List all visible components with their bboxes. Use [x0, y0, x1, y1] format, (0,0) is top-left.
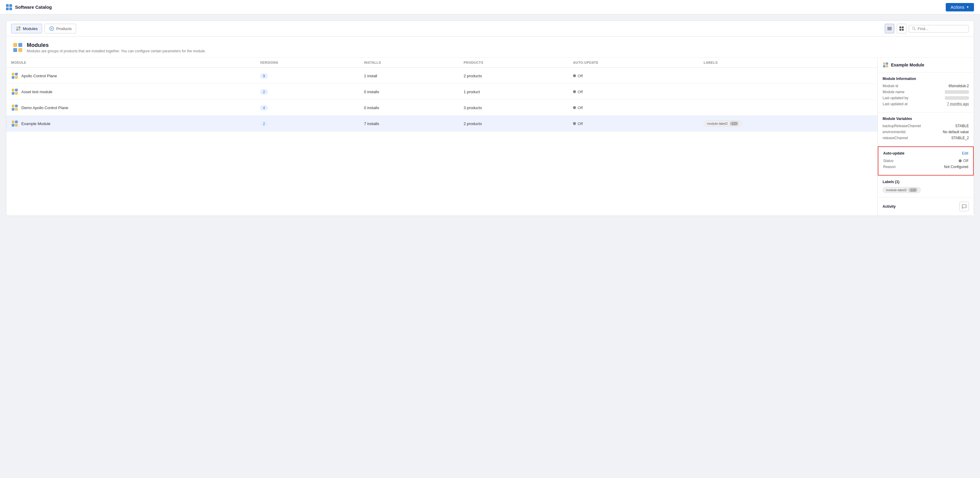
col-versions: VERSIONS	[255, 58, 359, 68]
module-cell: Example Module	[6, 116, 255, 132]
module-installs: 1 install	[359, 68, 459, 84]
table-row[interactable]: Demo Apollo Control Plane 40 installs3 p…	[6, 100, 878, 116]
auto-update-header: Auto-update Edit	[883, 151, 968, 155]
svg-rect-10	[902, 27, 904, 28]
auto-update-edit-link[interactable]: Edit	[962, 151, 968, 155]
auto-update-reason-label: Reason	[883, 165, 896, 169]
last-updated-by-value	[945, 96, 969, 100]
grid-app-icon[interactable]	[6, 4, 12, 10]
grid-view-button[interactable]	[897, 24, 906, 33]
svg-rect-15	[13, 43, 17, 47]
module-versions: 2	[255, 116, 359, 132]
svg-rect-11	[899, 29, 901, 31]
section-header-icon	[12, 42, 23, 53]
module-row-icon	[11, 72, 18, 80]
list-view-icon	[887, 26, 892, 31]
svg-rect-32	[15, 121, 18, 123]
search-box[interactable]	[909, 25, 969, 32]
activity-section: Activity	[878, 198, 974, 215]
autoupdate-dot	[573, 74, 576, 77]
col-installs: INSTALLS	[359, 58, 459, 68]
last-updated-at-label: Last updated at	[883, 102, 908, 106]
actions-button[interactable]: Actions ▼	[946, 3, 974, 11]
module-name-value	[945, 90, 969, 94]
tab-modules[interactable]: Modules	[11, 24, 42, 33]
svg-rect-22	[15, 76, 18, 79]
main-content: Modules Products	[0, 14, 980, 222]
module-versions: 9	[255, 68, 359, 84]
autoupdate-dot	[573, 90, 576, 93]
module-var-row: environmentIdNo default value	[883, 130, 969, 134]
svg-rect-27	[12, 105, 14, 107]
svg-line-14	[915, 29, 916, 30]
module-name: Asset test module	[21, 89, 52, 94]
svg-rect-23	[12, 89, 14, 91]
auto-update-section: Auto-update Edit Status Off Reason Not C…	[878, 147, 974, 175]
module-name-label: Module name	[883, 90, 905, 94]
last-updated-by-row: Last updated by	[883, 96, 969, 100]
section-header: Modules Modules are groups of products t…	[6, 37, 974, 58]
module-products: 1 product	[459, 84, 568, 100]
module-installs: 0 installs	[359, 84, 459, 100]
table-header-row: MODULE VERSIONS INSTALLS PRODUCTS AUTO-U…	[6, 58, 878, 68]
module-products: 2 products	[459, 116, 568, 132]
svg-rect-26	[15, 92, 18, 95]
svg-rect-36	[886, 62, 888, 65]
module-row-icon	[11, 120, 18, 127]
section-title: Modules	[27, 42, 206, 48]
products-tab-label: Products	[56, 27, 72, 31]
svg-rect-8	[888, 29, 892, 30]
col-autoupdate: AUTO-UPDATE	[568, 58, 698, 68]
table-row[interactable]: Apollo Control Plane 91 install2 product…	[6, 68, 878, 84]
autoupdate-status: Off	[573, 74, 694, 78]
activity-title: Activity	[883, 204, 896, 209]
actions-caret-icon: ▼	[966, 5, 969, 9]
label-tag: module-label2 123	[704, 121, 742, 127]
svg-rect-1	[19, 27, 21, 28]
autoupdate-status: Off	[573, 121, 694, 126]
svg-rect-6	[888, 27, 892, 28]
section-header-text: Modules Modules are groups of products t…	[27, 42, 206, 53]
table-row[interactable]: Example Module 27 installs2 products Off…	[6, 116, 878, 132]
module-labels: module-label2 123	[699, 116, 878, 132]
side-panel-header: Example Module	[878, 58, 974, 72]
svg-rect-38	[886, 65, 888, 68]
module-name: Apollo Control Plane	[21, 74, 57, 78]
tab-group: Modules Products	[11, 24, 76, 33]
svg-rect-37	[883, 65, 886, 68]
tab-products[interactable]: Products	[45, 24, 76, 33]
side-label-count: 123	[908, 188, 918, 192]
module-installs: 7 installs	[359, 116, 459, 132]
table-row[interactable]: Asset test module 20 installs1 product O…	[6, 84, 878, 100]
module-labels	[699, 84, 878, 100]
module-autoupdate: Off	[568, 116, 698, 132]
products-tab-icon	[49, 26, 54, 31]
module-products: 2 products	[459, 68, 568, 84]
auto-update-status-row: Status Off	[883, 158, 968, 163]
auto-update-status-value: Off	[959, 158, 968, 163]
svg-rect-7	[888, 28, 892, 29]
module-id-label: Module id	[883, 84, 898, 88]
search-input[interactable]	[918, 27, 966, 31]
var-name: backupReleaseChannel	[883, 124, 921, 128]
labels-title: Labels (1)	[883, 180, 969, 184]
auto-update-status-dot	[959, 159, 962, 163]
activity-chat-button[interactable]	[959, 202, 969, 211]
top-bar-left: Software Catalog	[6, 4, 52, 10]
module-vars-title: Module Variables	[883, 116, 969, 121]
svg-point-5	[51, 28, 52, 29]
auto-update-status-label: Status	[883, 159, 893, 163]
svg-rect-25	[12, 92, 14, 95]
module-variables-section: Module Variables backupReleaseChannelSTA…	[878, 112, 974, 147]
autoupdate-status: Off	[573, 105, 694, 110]
svg-rect-31	[12, 121, 14, 123]
module-cell: Asset test module	[6, 84, 255, 100]
svg-rect-0	[16, 27, 18, 28]
auto-update-reason-row: Reason Not Configured	[883, 165, 968, 169]
labels-section: Labels (1) module-label2 123	[878, 175, 974, 198]
list-view-button[interactable]	[885, 24, 894, 33]
module-name: Demo Apollo Control Plane	[21, 105, 68, 110]
app-title: Software Catalog	[15, 5, 52, 10]
module-name-row: Module name	[883, 90, 969, 94]
svg-rect-33	[12, 124, 14, 127]
